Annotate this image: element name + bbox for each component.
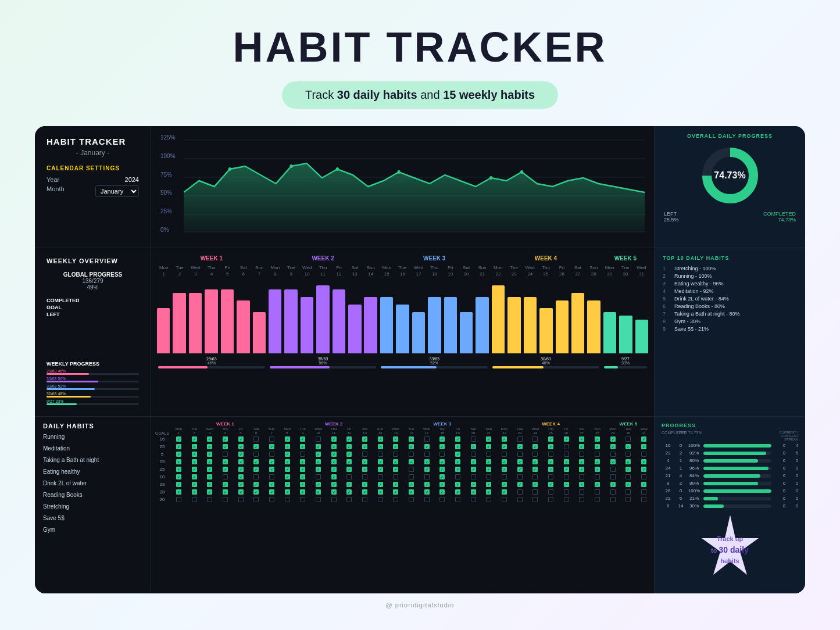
checkbox[interactable]	[610, 467, 616, 472]
checkbox[interactable]	[253, 482, 259, 487]
checkbox[interactable]	[238, 497, 244, 502]
checkbox[interactable]	[378, 497, 383, 502]
checkbox[interactable]	[548, 436, 553, 442]
checkbox[interactable]	[564, 444, 569, 449]
checkbox[interactable]	[346, 459, 352, 464]
checkbox[interactable]	[316, 452, 321, 457]
checkbox[interactable]	[362, 497, 367, 502]
checkbox[interactable]	[610, 489, 616, 495]
checkbox[interactable]	[253, 489, 259, 495]
checkbox[interactable]	[517, 489, 523, 495]
checkbox[interactable]	[579, 497, 584, 502]
checkbox[interactable]	[346, 482, 352, 487]
checkbox[interactable]	[409, 474, 414, 479]
checkbox[interactable]	[207, 497, 212, 502]
checkbox[interactable]	[579, 489, 584, 495]
checkbox[interactable]	[579, 474, 584, 479]
checkbox[interactable]	[486, 436, 491, 442]
checkbox[interactable]	[331, 436, 337, 442]
checkbox[interactable]	[641, 489, 646, 495]
checkbox[interactable]	[486, 444, 491, 449]
checkbox[interactable]	[455, 459, 460, 464]
checkbox[interactable]	[207, 467, 212, 472]
checkbox[interactable]	[409, 497, 414, 502]
checkbox[interactable]	[471, 444, 476, 449]
checkbox[interactable]	[192, 467, 197, 472]
checkbox[interactable]	[346, 452, 352, 457]
checkbox[interactable]	[269, 482, 274, 487]
checkbox[interactable]	[223, 436, 228, 442]
checkbox[interactable]	[238, 452, 244, 457]
checkbox[interactable]	[300, 444, 305, 449]
checkbox[interactable]	[455, 474, 460, 479]
checkbox[interactable]	[439, 444, 445, 449]
checkbox[interactable]	[548, 489, 553, 495]
checkbox[interactable]	[532, 467, 538, 472]
checkbox[interactable]	[517, 444, 523, 449]
checkbox[interactable]	[192, 474, 197, 479]
checkbox[interactable]	[564, 459, 569, 464]
checkbox[interactable]	[595, 489, 600, 495]
checkbox[interactable]	[595, 467, 600, 472]
checkbox[interactable]	[424, 497, 430, 502]
checkbox[interactable]	[285, 459, 290, 464]
checkbox[interactable]	[564, 452, 569, 457]
checkbox[interactable]	[486, 482, 491, 487]
checkbox[interactable]	[548, 482, 553, 487]
checkbox[interactable]	[207, 489, 212, 495]
checkbox[interactable]	[316, 489, 321, 495]
checkbox[interactable]	[223, 452, 228, 457]
checkbox[interactable]	[269, 444, 274, 449]
month-select[interactable]: January February March	[95, 185, 139, 197]
checkbox[interactable]	[346, 444, 352, 449]
checkbox[interactable]	[502, 459, 507, 464]
checkbox[interactable]	[207, 482, 212, 487]
checkbox[interactable]	[300, 489, 305, 495]
checkbox[interactable]	[285, 452, 290, 457]
checkbox[interactable]	[517, 459, 523, 464]
checkbox[interactable]	[285, 474, 290, 479]
checkbox[interactable]	[378, 436, 383, 442]
checkbox[interactable]	[378, 467, 383, 472]
checkbox[interactable]	[316, 467, 321, 472]
checkbox[interactable]	[486, 467, 491, 472]
checkbox[interactable]	[564, 436, 569, 442]
checkbox[interactable]	[532, 444, 538, 449]
checkbox[interactable]	[595, 444, 600, 449]
checkbox[interactable]	[486, 497, 491, 502]
checkbox[interactable]	[502, 474, 507, 479]
checkbox[interactable]	[502, 482, 507, 487]
checkbox[interactable]	[502, 489, 507, 495]
checkbox[interactable]	[625, 497, 631, 502]
checkbox[interactable]	[455, 497, 460, 502]
checkbox[interactable]	[424, 467, 430, 472]
checkbox[interactable]	[238, 444, 244, 449]
checkbox[interactable]	[532, 482, 538, 487]
checkbox[interactable]	[207, 452, 212, 457]
checkbox[interactable]	[378, 489, 383, 495]
checkbox[interactable]	[300, 467, 305, 472]
checkbox[interactable]	[517, 452, 523, 457]
checkbox[interactable]	[424, 436, 430, 442]
checkbox[interactable]	[238, 459, 244, 464]
checkbox[interactable]	[393, 482, 398, 487]
checkbox[interactable]	[223, 474, 228, 479]
checkbox[interactable]	[455, 436, 460, 442]
checkbox[interactable]	[176, 489, 181, 495]
checkbox[interactable]	[238, 482, 244, 487]
checkbox[interactable]	[502, 497, 507, 502]
checkbox[interactable]	[595, 474, 600, 479]
checkbox[interactable]	[486, 489, 491, 495]
checkbox[interactable]	[316, 459, 321, 464]
checkbox[interactable]	[595, 436, 600, 442]
checkbox[interactable]	[610, 482, 616, 487]
checkbox[interactable]	[346, 497, 352, 502]
checkbox[interactable]	[641, 436, 646, 442]
checkbox[interactable]	[517, 467, 523, 472]
checkbox[interactable]	[362, 489, 367, 495]
checkbox[interactable]	[378, 444, 383, 449]
checkbox[interactable]	[176, 444, 181, 449]
checkbox[interactable]	[548, 474, 553, 479]
checkbox[interactable]	[192, 452, 197, 457]
checkbox[interactable]	[269, 436, 274, 442]
